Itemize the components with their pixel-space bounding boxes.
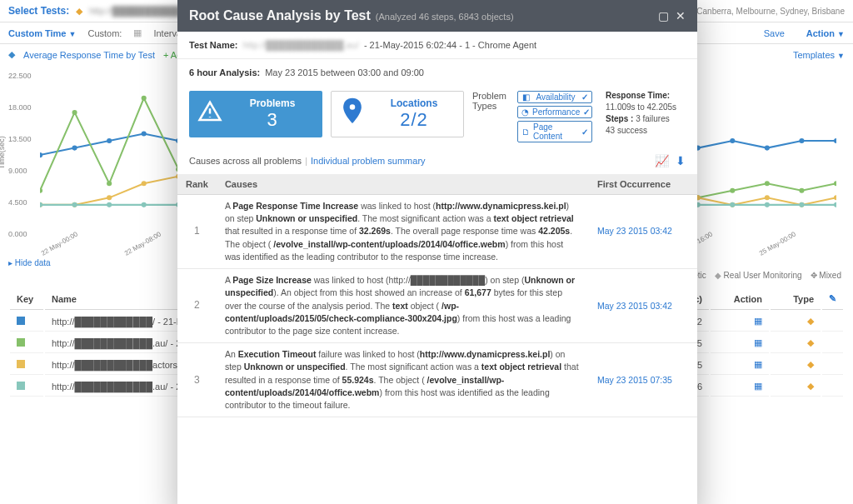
chart-icon[interactable]: 📈	[655, 154, 669, 167]
occur-cell[interactable]: May 23 2015 07:35	[589, 343, 697, 417]
select-tests-label[interactable]: Select Tests:	[8, 5, 69, 17]
svg-point-2	[107, 138, 112, 143]
chart-diamond-icon: ◆	[8, 49, 15, 60]
svg-point-25	[72, 110, 77, 115]
action-cell[interactable]: ▦	[711, 355, 769, 375]
locations-card[interactable]: Locations 2/2	[331, 91, 464, 137]
response-stats: Response Time: 11.009s to 42.205s Steps …	[606, 91, 686, 135]
problem-types: Problem Types ◧Availability✓◔Performance…	[472, 91, 597, 142]
problem-type-option[interactable]: 🗋Page Content✓	[517, 121, 592, 142]
svg-point-93	[765, 202, 770, 207]
action-cell[interactable]: ▦	[711, 377, 769, 397]
cause-row: 2 A Page Size Increase was linked to hos…	[177, 269, 697, 343]
cause-row: 1 A Page Response Time Increase was link…	[177, 195, 697, 269]
y-tick: 13.500	[8, 135, 32, 143]
svg-point-22	[799, 138, 804, 143]
occur-cell[interactable]: May 23 2015 03:42	[589, 195, 697, 269]
locations-label: Locations	[391, 97, 438, 109]
problems-card[interactable]: Problems 3	[189, 91, 322, 137]
action-cell[interactable]: ▦	[711, 312, 769, 332]
scroll-gap	[177, 417, 697, 504]
svg-point-44	[730, 188, 735, 193]
locations-count: 2/2	[400, 109, 428, 131]
svg-point-24	[40, 188, 42, 193]
svg-point-94	[799, 202, 804, 207]
svg-point-95	[834, 202, 836, 207]
templates-dropdown[interactable]: Templates ▼	[793, 50, 845, 60]
col-rank: Rank	[177, 174, 217, 195]
download-icon[interactable]: ⬇	[676, 154, 686, 167]
svg-point-50	[107, 195, 112, 200]
type-cell: ◆	[771, 355, 821, 375]
cause-cell: A Page Size Increase was linked to host …	[217, 269, 589, 343]
svg-point-92	[730, 202, 735, 207]
svg-point-69	[765, 195, 770, 200]
x-tick: 22 May-08:00	[123, 231, 162, 257]
problem-type-option[interactable]: ◔Performance✓	[517, 106, 592, 118]
svg-point-96	[350, 104, 356, 109]
chart-title[interactable]: Average Response Time by Test	[23, 50, 155, 60]
save-button[interactable]: Save	[764, 28, 785, 38]
chevron-down-icon: ▼	[69, 30, 77, 38]
tab-all-causes[interactable]: Causes across all problems	[189, 156, 302, 166]
type-cell: ◆	[771, 312, 821, 332]
occur-cell[interactable]: May 23 2015 03:42	[589, 269, 697, 343]
svg-point-23	[834, 138, 836, 143]
rt-label: Response Time:	[606, 91, 670, 100]
six-hour-value: May 23 2015 between 03:00 and 09:00	[265, 67, 424, 77]
test-name-row: Test Name: http://████████████.au/ - 21-…	[177, 32, 697, 59]
calendar-icon[interactable]: ▦	[133, 27, 142, 38]
steps-label: Steps :	[606, 114, 633, 123]
cause-row: 3 An Execution Timeout failure was linke…	[177, 343, 697, 417]
col-key: Key	[10, 288, 43, 310]
type-cell: ◆	[771, 333, 821, 353]
y-tick: 22.500	[8, 72, 32, 80]
y-tick: 0.000	[8, 230, 27, 238]
chevron-down-icon: ▼	[837, 30, 845, 38]
test-name-label: Test Name:	[189, 40, 237, 50]
six-hour-row: 6 hour Analysis: May 23 2015 between 03:…	[177, 59, 697, 86]
cause-cell: An Execution Timeout failure was linked …	[217, 343, 589, 417]
col-edit-icon[interactable]: ✎	[822, 288, 843, 310]
custom-label: Custom:	[87, 28, 122, 38]
modal-header: Root Cause Analysis by Test (Analyzed 46…	[177, 0, 697, 32]
y-tick: 4.500	[8, 198, 27, 207]
svg-point-20	[730, 138, 735, 143]
col-causes: Causes	[217, 174, 589, 195]
key-cell	[10, 355, 43, 375]
cause-cell: A Page Response Time Increase was linked…	[217, 195, 589, 269]
tab-individual[interactable]: Individual problem summary	[311, 156, 426, 166]
map-pin-icon	[338, 97, 367, 132]
col-type: Type	[771, 288, 821, 310]
rank-cell: 2	[177, 269, 217, 343]
problem-type-option[interactable]: ◧Availability✓	[517, 91, 592, 103]
svg-point-46	[799, 188, 804, 193]
key-cell	[10, 333, 43, 353]
test-diamond-icon: ◆	[76, 6, 82, 17]
problems-label: Problems	[250, 97, 296, 109]
svg-point-72	[40, 202, 42, 207]
key-cell	[10, 312, 43, 332]
problems-count: 3	[267, 109, 277, 131]
cause-tabs: Causes across all problems | Individual …	[177, 151, 697, 174]
close-icon[interactable]: ✕	[676, 9, 686, 22]
rank-cell: 1	[177, 195, 217, 269]
svg-point-0	[40, 152, 42, 157]
action-dropdown[interactable]: Action ▼	[806, 28, 845, 38]
svg-point-26	[107, 181, 112, 186]
svg-point-21	[765, 146, 770, 151]
col-action: Action	[711, 288, 769, 310]
steps-fail: 3 failures	[636, 114, 670, 123]
svg-point-27	[142, 96, 147, 101]
action-cell[interactable]: ▦	[711, 333, 769, 353]
rt-value: 11.009s to 42.205s	[606, 102, 686, 112]
steps-ok: 43 success	[606, 126, 686, 135]
y-axis-label: Time(sec)	[0, 136, 6, 169]
custom-time-dropdown[interactable]: Custom Time ▼	[8, 28, 76, 38]
key-cell	[10, 377, 43, 397]
rank-cell: 3	[177, 343, 217, 417]
problem-types-label: Problem Types	[472, 91, 512, 142]
maximize-icon[interactable]: ▢	[658, 9, 669, 22]
test-name-suffix: - 21-May-2015 6:02:44 - 1 - Chrome Agent	[364, 40, 536, 50]
svg-point-45	[765, 181, 770, 186]
